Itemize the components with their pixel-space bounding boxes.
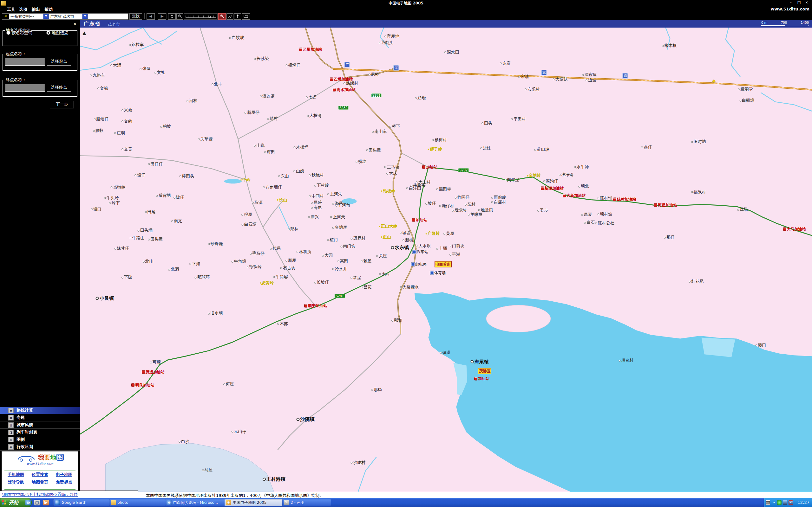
scale-mid: 700 [781,21,787,24]
collapse-panel-button[interactable]: « [2,13,9,20]
promo-links: 手机地图 位置搜索 电子地图 驾驶导航 地图黄页 免费标点 [4,472,76,485]
ridge-label: 长山 [277,197,287,203]
task-china-emap[interactable]: ◈ 中国电子地图 2005 [224,499,291,506]
end-point-input[interactable] [5,84,45,92]
nav-route-calc[interactable]: ◆ 路线计算 [0,407,80,414]
nav-train-schedule[interactable]: ◨ 列车时刻表 [0,429,80,436]
network-icon[interactable] [783,500,787,505]
menu-output[interactable]: 输出 [32,7,40,12]
radio-icon[interactable] [6,31,10,35]
radio-icon-checked[interactable] [46,31,50,35]
open-folder-icon[interactable] [242,13,250,20]
security-icon[interactable] [777,500,781,505]
gas-station-label: 乙烯加油站 [330,76,353,82]
pick-start-button[interactable]: 选择起点 [47,58,71,66]
zoom-slider[interactable] [184,13,217,20]
ie-icon: e [166,500,171,505]
village-label: 杨梅村 [432,137,447,143]
task-paint[interactable]: ✎ 2 - 画图 [282,499,331,506]
town-label: 海尾镇 [471,359,489,365]
menu-tools[interactable]: 工具 [7,7,15,12]
quick-launch: e ▢ ▶ [24,498,51,507]
nav-legend[interactable]: ◈ 图例 [0,436,80,443]
village-label: 荔枝车 [129,42,144,48]
menu-help[interactable]: 帮助 [44,7,53,12]
village-label: 潭连逻 [260,94,275,99]
radio-by-map[interactable]: 地图选点 [46,30,68,36]
region-select[interactable]: 广东省 茂名市 ▼ [49,13,88,20]
marquee-strip[interactable]: \朋友在中国地图上找到你的位置吗，赶快 [0,491,138,499]
nav-topics[interactable]: ▣ 专题 [0,414,80,421]
island [486,305,551,332]
task-forum-browser[interactable]: e 电白同乡论坛 - Microso... [165,499,234,506]
village-label: 上河朱 [327,191,342,197]
village-label: 八角埇仔 [263,184,282,190]
village-label: 牛角塘 [231,259,246,264]
village-label: 北丰 [212,81,222,87]
search-input[interactable] [88,13,129,20]
tray-collapse-icon[interactable]: « [772,500,776,505]
village-label: 东山 [278,173,289,179]
minimize-button[interactable]: – [787,1,794,5]
village-label: 倪屋 [241,212,252,217]
link-driving-nav[interactable]: 驾驶导航 [4,480,28,485]
task-google-earth[interactable]: Google Earth [53,499,118,506]
village-label: 七迳 [306,95,316,100]
shallow-water [701,338,735,357]
village-label: 门前坎 [450,243,464,249]
pick-end-button[interactable]: 选择终点 [47,84,71,92]
zoom-out-icon[interactable] [176,13,183,20]
chevron-down-icon[interactable]: ▼ [43,14,49,19]
village-label: 关屋 [376,253,387,259]
chevron-down-icon[interactable]: ▼ [82,14,88,19]
pushpin-icon[interactable] [234,13,241,20]
village-label: 珍珠塘 [208,241,223,247]
close-button[interactable]: × [803,1,810,5]
task-photo-folder[interactable]: photo [109,499,174,506]
pan-hand-icon[interactable] [168,13,176,20]
start-point-input[interactable] [5,58,45,66]
forward-button[interactable]: ▶ [158,13,166,20]
village-label: 那林 [288,226,299,232]
route-calc-icon: ◆ [8,408,14,413]
category-select[interactable]: ---所有类别--- ▼ [9,13,49,20]
expressway-shield: 广 [345,62,350,67]
panel-close-icon[interactable]: × [72,21,78,26]
village-label: 下河角 [335,203,350,208]
zoom-in-icon[interactable] [218,13,226,20]
village-label: 田头埇 [138,228,153,233]
find-button[interactable]: 查找 [130,13,142,20]
maximize-button[interactable]: □ [796,1,803,5]
link-mobile-map[interactable]: 手机地图 [4,472,28,477]
next-step-button[interactable]: 下一步 [50,101,74,108]
network-offline-icon[interactable]: ✕ [789,500,793,505]
menu-options[interactable]: 选项 [19,7,27,12]
village-label: 石古坑 [281,265,295,271]
village-label: 文贡 [121,147,132,152]
task-label: 电白同乡论坛 - Microso... [173,500,218,505]
radio-by-name[interactable]: 按名称查询 [6,30,32,36]
zoom-slider-thumb[interactable] [209,16,212,18]
nav-city-scenes[interactable]: ▦ 城市风情 [0,421,80,429]
village-label: 可塘 [150,359,161,365]
link-free-marker[interactable]: 免费标点 [52,480,76,485]
link-e-map[interactable]: 电子地图 [52,472,76,477]
toolbar: « ---所有类别--- ▼ 广东省 茂名市 ▼ 查找 ◀ ▶ [0,13,812,20]
nav-admin-regions[interactable]: ◉ 行政区划 [0,443,80,451]
village-label: 黄屋 [444,231,454,236]
back-button[interactable]: ◀ [147,13,155,20]
village-label: 长苏染 [254,56,269,61]
windows-flag-icon [2,500,7,505]
keyboard-icon[interactable]: ⌨ [766,500,770,505]
village-label: 新街 [403,237,413,243]
map-canvas[interactable]: ▲ 荔枝车白蚊坡长苏染樟塥仔毛勒头官屋地深水田东寨橡木根宋清大塘缺泽官屋边坡安乐… [80,27,812,492]
link-location-search[interactable]: 位置搜索 [28,472,52,477]
link-map-yellowpages[interactable]: 地图黄页 [28,480,52,485]
show-desktop-icon[interactable]: ▢ [34,500,40,505]
ie-quicklaunch-icon[interactable]: e [26,500,31,505]
media-player-icon[interactable]: ▶ [43,500,49,505]
51ditu-logo[interactable]: 我要地图 www.51ditu.com [2,453,78,470]
measure-ruler-icon[interactable] [226,13,234,20]
poi-label: 体育场 [430,270,446,275]
car-icon [16,454,37,462]
